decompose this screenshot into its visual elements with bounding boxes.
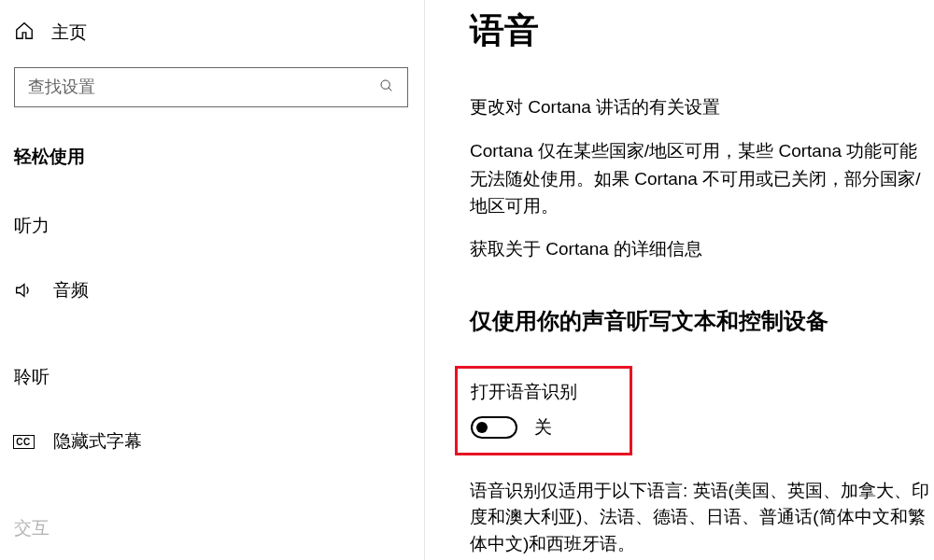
- sidebar-section-caption: 聆听 CC 隐藏式字幕: [14, 365, 424, 469]
- svg-point-0: [381, 80, 389, 89]
- sidebar-item-label: 音频: [53, 278, 89, 302]
- sidebar: 主页 轻松使用 听力 音频 聆听 CC: [0, 0, 425, 560]
- search-box[interactable]: [14, 67, 408, 107]
- section-heading: 交互: [14, 516, 424, 540]
- volume-icon: [12, 280, 35, 301]
- sidebar-item-captions[interactable]: CC 隐藏式字幕: [12, 413, 424, 469]
- cortana-body: Cortana 仅在某些国家/地区可用，某些 Cortana 功能可能无法随处使…: [470, 137, 934, 219]
- toggle-knob: [476, 422, 488, 433]
- main-content: 语音 更改对 Cortana 讲话的有关设置 Cortana 仅在某些国家/地区…: [425, 0, 934, 560]
- toggle-state: 关: [534, 415, 552, 440]
- search-icon: [379, 78, 394, 97]
- section-heading: 聆听: [14, 365, 424, 389]
- cc-icon: CC: [12, 435, 35, 449]
- speech-recognition-toggle[interactable]: [471, 416, 517, 439]
- voice-section-title: 仅使用你的声音听写文本和控制设备: [470, 306, 934, 336]
- search-input[interactable]: [28, 77, 379, 97]
- home-link[interactable]: 主页: [14, 21, 424, 45]
- sidebar-section-hearing: 听力 音频: [14, 214, 424, 318]
- page-title: 语音: [470, 7, 934, 54]
- highlight-region: 打开语音识别 关: [455, 366, 632, 455]
- toggle-row: 关: [471, 415, 613, 440]
- cortana-intro: 更改对 Cortana 讲话的有关设置: [470, 93, 934, 120]
- toggle-label: 打开语音识别: [471, 380, 613, 404]
- svg-line-1: [389, 88, 391, 91]
- voice-footnote: 语音识别仅适用于以下语言: 英语(美国、英国、加拿大、印度和澳大利亚)、法语、德…: [470, 478, 934, 558]
- sidebar-item-label: 隐藏式字幕: [53, 429, 142, 454]
- home-label: 主页: [51, 21, 87, 45]
- home-icon: [14, 21, 35, 45]
- category-title: 轻松使用: [14, 145, 424, 169]
- sidebar-section-interaction: 交互: [14, 516, 424, 540]
- sidebar-item-audio[interactable]: 音频: [12, 262, 424, 318]
- cortana-link[interactable]: 获取关于 Cortana 的详细信息: [470, 237, 934, 261]
- section-heading: 听力: [14, 214, 424, 238]
